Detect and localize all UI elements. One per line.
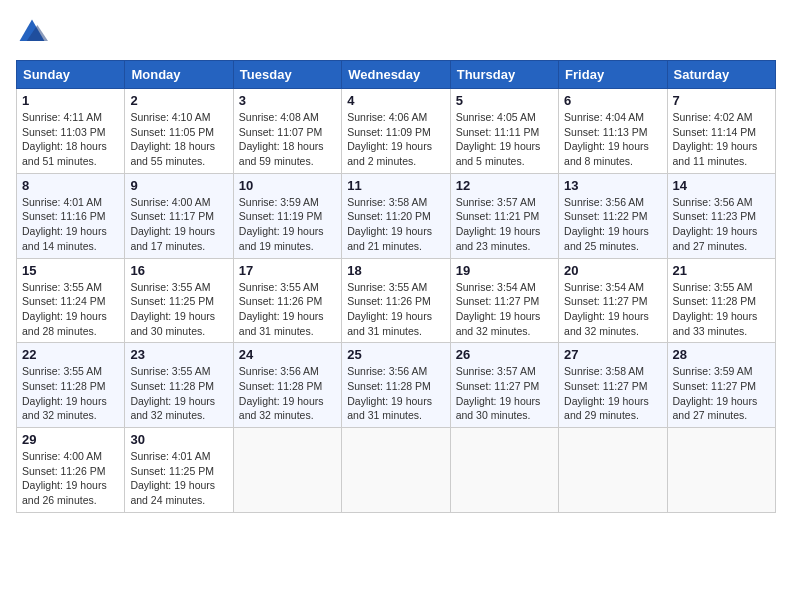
day-number: 15 [22,263,119,278]
day-of-week-header: Friday [559,61,667,89]
day-number: 6 [564,93,661,108]
day-info: Sunrise: 4:11 AM Sunset: 11:03 PM Daylig… [22,110,119,169]
day-number: 22 [22,347,119,362]
day-info: Sunrise: 4:00 AM Sunset: 11:17 PM Daylig… [130,195,227,254]
day-number: 5 [456,93,553,108]
calendar-cell [450,428,558,513]
day-number: 8 [22,178,119,193]
logo-icon [16,16,48,48]
calendar-cell: 6Sunrise: 4:04 AM Sunset: 11:13 PM Dayli… [559,89,667,174]
day-number: 10 [239,178,336,193]
day-number: 3 [239,93,336,108]
calendar-cell: 5Sunrise: 4:05 AM Sunset: 11:11 PM Dayli… [450,89,558,174]
day-number: 28 [673,347,770,362]
day-info: Sunrise: 3:58 AM Sunset: 11:20 PM Daylig… [347,195,444,254]
day-info: Sunrise: 3:54 AM Sunset: 11:27 PM Daylig… [564,280,661,339]
week-row: 29Sunrise: 4:00 AM Sunset: 11:26 PM Dayl… [17,428,776,513]
day-number: 23 [130,347,227,362]
calendar-cell: 18Sunrise: 3:55 AM Sunset: 11:26 PM Dayl… [342,258,450,343]
day-number: 25 [347,347,444,362]
logo [16,16,52,48]
day-number: 13 [564,178,661,193]
day-number: 16 [130,263,227,278]
day-of-week-header: Thursday [450,61,558,89]
calendar-cell: 8Sunrise: 4:01 AM Sunset: 11:16 PM Dayli… [17,173,125,258]
day-of-week-header: Saturday [667,61,775,89]
day-info: Sunrise: 3:55 AM Sunset: 11:26 PM Daylig… [239,280,336,339]
day-number: 30 [130,432,227,447]
day-number: 20 [564,263,661,278]
day-info: Sunrise: 3:55 AM Sunset: 11:28 PM Daylig… [673,280,770,339]
calendar-cell: 20Sunrise: 3:54 AM Sunset: 11:27 PM Dayl… [559,258,667,343]
day-info: Sunrise: 4:05 AM Sunset: 11:11 PM Daylig… [456,110,553,169]
day-info: Sunrise: 3:55 AM Sunset: 11:28 PM Daylig… [130,364,227,423]
calendar-cell: 7Sunrise: 4:02 AM Sunset: 11:14 PM Dayli… [667,89,775,174]
calendar-cell: 10Sunrise: 3:59 AM Sunset: 11:19 PM Dayl… [233,173,341,258]
calendar-cell [667,428,775,513]
day-number: 1 [22,93,119,108]
day-info: Sunrise: 4:04 AM Sunset: 11:13 PM Daylig… [564,110,661,169]
calendar-cell [559,428,667,513]
day-of-week-header: Monday [125,61,233,89]
calendar-cell: 26Sunrise: 3:57 AM Sunset: 11:27 PM Dayl… [450,343,558,428]
calendar-cell: 22Sunrise: 3:55 AM Sunset: 11:28 PM Dayl… [17,343,125,428]
day-number: 27 [564,347,661,362]
calendar-cell: 24Sunrise: 3:56 AM Sunset: 11:28 PM Dayl… [233,343,341,428]
calendar-cell: 15Sunrise: 3:55 AM Sunset: 11:24 PM Dayl… [17,258,125,343]
day-number: 14 [673,178,770,193]
page-header [16,16,776,48]
calendar-cell [342,428,450,513]
calendar-cell [233,428,341,513]
day-of-week-header: Sunday [17,61,125,89]
day-number: 29 [22,432,119,447]
day-info: Sunrise: 3:56 AM Sunset: 11:28 PM Daylig… [347,364,444,423]
day-number: 19 [456,263,553,278]
day-number: 4 [347,93,444,108]
calendar-cell: 23Sunrise: 3:55 AM Sunset: 11:28 PM Dayl… [125,343,233,428]
calendar-cell: 25Sunrise: 3:56 AM Sunset: 11:28 PM Dayl… [342,343,450,428]
day-info: Sunrise: 3:57 AM Sunset: 11:27 PM Daylig… [456,364,553,423]
day-number: 26 [456,347,553,362]
day-info: Sunrise: 3:56 AM Sunset: 11:22 PM Daylig… [564,195,661,254]
calendar-cell: 3Sunrise: 4:08 AM Sunset: 11:07 PM Dayli… [233,89,341,174]
week-row: 15Sunrise: 3:55 AM Sunset: 11:24 PM Dayl… [17,258,776,343]
calendar-cell: 12Sunrise: 3:57 AM Sunset: 11:21 PM Dayl… [450,173,558,258]
day-of-week-header: Tuesday [233,61,341,89]
day-info: Sunrise: 3:55 AM Sunset: 11:25 PM Daylig… [130,280,227,339]
day-info: Sunrise: 3:55 AM Sunset: 11:26 PM Daylig… [347,280,444,339]
calendar-cell: 4Sunrise: 4:06 AM Sunset: 11:09 PM Dayli… [342,89,450,174]
day-number: 21 [673,263,770,278]
calendar-cell: 21Sunrise: 3:55 AM Sunset: 11:28 PM Dayl… [667,258,775,343]
calendar-cell: 16Sunrise: 3:55 AM Sunset: 11:25 PM Dayl… [125,258,233,343]
calendar-cell: 9Sunrise: 4:00 AM Sunset: 11:17 PM Dayli… [125,173,233,258]
day-info: Sunrise: 4:08 AM Sunset: 11:07 PM Daylig… [239,110,336,169]
calendar-cell: 17Sunrise: 3:55 AM Sunset: 11:26 PM Dayl… [233,258,341,343]
day-info: Sunrise: 4:01 AM Sunset: 11:25 PM Daylig… [130,449,227,508]
day-of-week-header: Wednesday [342,61,450,89]
day-info: Sunrise: 3:56 AM Sunset: 11:28 PM Daylig… [239,364,336,423]
calendar-cell: 19Sunrise: 3:54 AM Sunset: 11:27 PM Dayl… [450,258,558,343]
day-info: Sunrise: 3:55 AM Sunset: 11:28 PM Daylig… [22,364,119,423]
day-info: Sunrise: 3:54 AM Sunset: 11:27 PM Daylig… [456,280,553,339]
calendar-cell: 27Sunrise: 3:58 AM Sunset: 11:27 PM Dayl… [559,343,667,428]
day-number: 17 [239,263,336,278]
day-number: 9 [130,178,227,193]
day-info: Sunrise: 3:55 AM Sunset: 11:24 PM Daylig… [22,280,119,339]
day-info: Sunrise: 3:58 AM Sunset: 11:27 PM Daylig… [564,364,661,423]
calendar-cell: 14Sunrise: 3:56 AM Sunset: 11:23 PM Dayl… [667,173,775,258]
day-info: Sunrise: 3:57 AM Sunset: 11:21 PM Daylig… [456,195,553,254]
calendar-cell: 29Sunrise: 4:00 AM Sunset: 11:26 PM Dayl… [17,428,125,513]
day-info: Sunrise: 3:59 AM Sunset: 11:19 PM Daylig… [239,195,336,254]
calendar-cell: 11Sunrise: 3:58 AM Sunset: 11:20 PM Dayl… [342,173,450,258]
week-row: 1Sunrise: 4:11 AM Sunset: 11:03 PM Dayli… [17,89,776,174]
day-info: Sunrise: 4:02 AM Sunset: 11:14 PM Daylig… [673,110,770,169]
day-number: 18 [347,263,444,278]
day-number: 24 [239,347,336,362]
day-info: Sunrise: 3:59 AM Sunset: 11:27 PM Daylig… [673,364,770,423]
day-info: Sunrise: 3:56 AM Sunset: 11:23 PM Daylig… [673,195,770,254]
calendar-cell: 30Sunrise: 4:01 AM Sunset: 11:25 PM Dayl… [125,428,233,513]
week-row: 8Sunrise: 4:01 AM Sunset: 11:16 PM Dayli… [17,173,776,258]
calendar-cell: 13Sunrise: 3:56 AM Sunset: 11:22 PM Dayl… [559,173,667,258]
day-info: Sunrise: 4:00 AM Sunset: 11:26 PM Daylig… [22,449,119,508]
day-number: 7 [673,93,770,108]
